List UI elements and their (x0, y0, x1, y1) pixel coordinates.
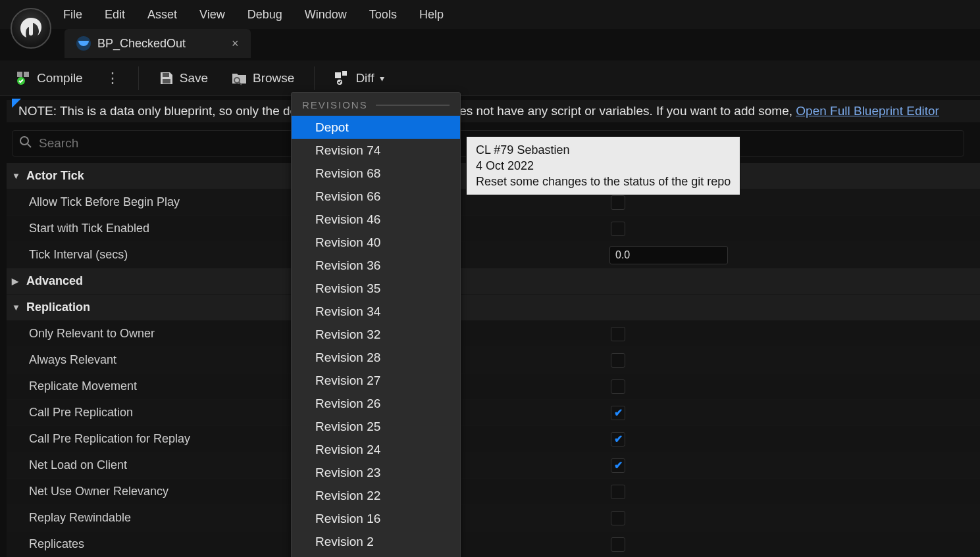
checkbox[interactable] (611, 406, 625, 420)
checkbox[interactable] (611, 485, 625, 499)
toolbar-separator (138, 66, 139, 90)
revision-item[interactable]: Revision 16 (292, 507, 460, 530)
menu-tools[interactable]: Tools (369, 8, 397, 22)
menu-bar: File Edit Asset View Debug Window Tools … (0, 0, 980, 29)
tooltip-line: 4 Oct 2022 (476, 158, 731, 174)
property-row: Replay Rewindable (7, 505, 980, 531)
section-title: Actor Tick (26, 169, 84, 183)
svg-line-11 (28, 144, 31, 147)
checkbox[interactable] (611, 511, 625, 525)
property-value (606, 432, 980, 447)
compile-options-button[interactable]: ⋮ (103, 70, 122, 87)
checkbox[interactable] (611, 458, 625, 473)
unreal-logo[interactable] (11, 8, 51, 49)
revision-item[interactable]: Revision 74 (292, 139, 460, 162)
checkbox[interactable] (611, 537, 625, 552)
property-value (606, 222, 980, 236)
revision-item[interactable]: Revision 40 (292, 231, 460, 254)
toolbar-separator (314, 66, 315, 90)
tab-bar: BP_CheckedOut × (64, 29, 251, 58)
chevron-down-icon: ▼ (12, 171, 21, 181)
blueprint-icon (76, 36, 91, 51)
chevron-down-icon: ▾ (380, 73, 384, 84)
menu-file[interactable]: File (63, 8, 82, 22)
menu-edit[interactable]: Edit (105, 8, 125, 22)
svg-rect-3 (163, 73, 169, 77)
browse-button[interactable]: Browse (228, 68, 298, 89)
number-input[interactable]: 0.0 (609, 246, 728, 264)
revision-item[interactable]: Revision 32 (292, 323, 460, 346)
compile-button[interactable]: Compile (12, 68, 87, 89)
diff-button[interactable]: Diff ▾ (330, 68, 388, 89)
details-panel: ▼Actor TickAllow Tick Before Begin PlayS… (7, 163, 980, 557)
svg-rect-7 (335, 72, 341, 78)
checkbox[interactable] (611, 222, 625, 236)
revision-item[interactable]: Revision 46 (292, 208, 460, 231)
open-full-blueprint-link[interactable]: Open Full Blueprint Editor (796, 104, 939, 118)
property-row: Only Relevant to Owner (7, 321, 980, 347)
property-value (606, 379, 980, 394)
property-value (606, 537, 980, 552)
chevron-right-icon: ▶ (12, 276, 21, 286)
checkbox[interactable] (611, 327, 625, 341)
revision-item[interactable]: Revision 34 (292, 300, 460, 323)
section-header[interactable]: ▶Advanced (7, 268, 980, 295)
info-text: NOTE: This is a data only blueprint, so … (13, 104, 939, 118)
property-row: Replicates (7, 531, 980, 557)
revision-tooltip: CL #79 Sebastien 4 Oct 2022 Reset some c… (466, 136, 740, 195)
checkbox[interactable] (611, 379, 625, 394)
property-row: Replicate Movement (7, 374, 980, 400)
property-value (606, 195, 980, 210)
svg-rect-8 (342, 71, 347, 76)
tooltip-line: CL #79 Sebastien (476, 142, 731, 158)
checkbox[interactable] (611, 432, 625, 447)
menu-window[interactable]: Window (305, 8, 347, 22)
property-value (606, 458, 980, 473)
revision-item[interactable]: Revision 36 (292, 254, 460, 277)
menu-view[interactable]: View (199, 8, 225, 22)
close-icon[interactable]: × (232, 37, 239, 51)
property-value: 0.0 (606, 246, 980, 264)
revision-item[interactable]: Revision 24 (292, 438, 460, 461)
menu-asset[interactable]: Asset (147, 8, 177, 22)
revision-item[interactable]: Revision 26 (292, 392, 460, 415)
tooltip-line: Reset some changes to the status of the … (476, 174, 731, 189)
property-value (606, 406, 980, 420)
revision-item[interactable]: Revision 27 (292, 369, 460, 392)
toolbar: Compile ⋮ Save Browse Diff ▾ (0, 61, 980, 96)
property-row: Net Use Owner Relevancy (7, 479, 980, 505)
checkbox[interactable] (611, 195, 625, 210)
tab-label: BP_CheckedOut (97, 37, 186, 51)
save-label: Save (180, 71, 208, 85)
revision-item[interactable]: Revision 2 (292, 530, 460, 553)
revision-item[interactable]: Revision 1 (292, 553, 460, 557)
property-row: Tick Interval (secs)0.0 (7, 242, 980, 268)
diff-revisions-dropdown: REVISIONS DepotRevision 74Revision 68Rev… (291, 92, 461, 557)
revision-item[interactable]: Revision 28 (292, 346, 460, 369)
compile-label: Compile (37, 71, 83, 85)
chevron-down-icon: ▼ (12, 303, 21, 312)
property-value (606, 511, 980, 525)
search-icon (19, 135, 32, 151)
menu-help[interactable]: Help (419, 8, 444, 22)
revision-item[interactable]: Revision 35 (292, 277, 460, 300)
svg-rect-4 (163, 79, 170, 84)
browse-label: Browse (253, 71, 294, 85)
save-button[interactable]: Save (155, 68, 212, 89)
browse-icon (232, 70, 247, 86)
checkbox[interactable] (611, 353, 625, 368)
revision-item[interactable]: Revision 23 (292, 461, 460, 484)
save-icon (159, 70, 174, 86)
section-title: Advanced (26, 274, 83, 288)
revision-item[interactable]: Revision 25 (292, 415, 460, 438)
property-value (606, 353, 980, 368)
property-value (606, 485, 980, 499)
section-header[interactable]: ▼Replication (7, 295, 980, 321)
tab-bp-checkedout[interactable]: BP_CheckedOut × (64, 29, 251, 58)
menu-debug[interactable]: Debug (247, 8, 282, 22)
property-value (606, 327, 980, 341)
revision-item[interactable]: Depot (292, 116, 460, 139)
revision-item[interactable]: Revision 22 (292, 484, 460, 507)
revision-item[interactable]: Revision 68 (292, 162, 460, 185)
revision-item[interactable]: Revision 66 (292, 185, 460, 208)
